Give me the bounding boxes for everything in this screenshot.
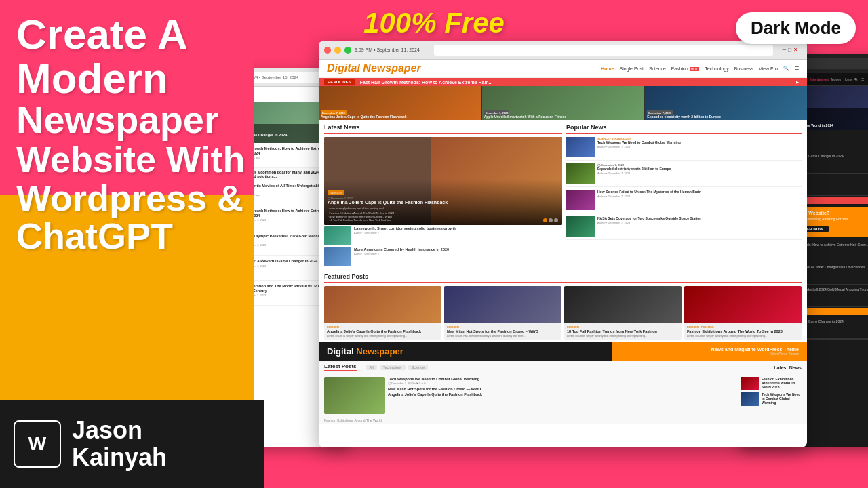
popular-2: ◯ December 7, 2023 Expanded electricity … <box>566 163 802 187</box>
latest-posts-header: Latest Posts All Technology Science Late… <box>319 361 807 374</box>
latest-popular-section: Latest News FASHION ◯ December 7, 2023 A… <box>319 120 807 270</box>
headline-line6: ChatGPT <box>16 217 248 256</box>
headline-next[interactable]: ▶ <box>793 79 802 85</box>
tab-sci[interactable]: Science <box>408 365 429 370</box>
browser-controls: ─ □ ✕ <box>782 47 798 53</box>
popular-img-2 <box>566 163 595 184</box>
lp-title-3: Angelina Jolie's Cape Is Quite the Fashi… <box>388 392 738 396</box>
headline-line4: Website With <box>16 140 248 179</box>
featured-title-4: Fashion Exhibitions Around The World To … <box>687 329 799 334</box>
expand-dot-c <box>344 47 351 54</box>
popular-4: NASA Sets Coverage for Two Spacewalks Ou… <box>566 216 802 240</box>
small-news-list: Lakesworth: Street corridor seeing solid… <box>324 226 562 266</box>
dark-mode-badge[interactable]: Dark Mode <box>736 12 856 44</box>
popular-meta-3: Author • December 7, 2023 <box>597 195 701 198</box>
small-meta-1: Author • December 7 <box>354 231 456 235</box>
featured-desc-4: Lorem ipsum is simply dummy text of the … <box>687 335 799 338</box>
logo-w-icon: W <box>28 433 46 455</box>
newspaper-word: Newspaper <box>356 346 403 357</box>
author-panel: W Jason Kainyah <box>0 400 264 488</box>
latest-news-right-title: Latest News <box>774 365 802 370</box>
card-cat-fashion: FASHION <box>328 190 344 195</box>
maximize-icon[interactable]: □ <box>788 47 791 53</box>
nav-items: Home Single Post Science Fashion HOT Tec… <box>601 66 799 71</box>
jk-logo: W <box>14 420 61 468</box>
hero-text-3: December 7, 2023 Expanded electricity wo… <box>647 110 721 119</box>
featured-desc-1: Lorem ipsum is simply dummy text of the … <box>327 335 439 338</box>
browser-bar-center: 9:09 PM • September 11, 2024 ─ □ ✕ <box>319 41 807 60</box>
latest-news-col: Latest News FASHION ◯ December 7, 2023 A… <box>324 124 562 266</box>
popular-news-title: Popular News <box>566 124 802 134</box>
ln-item-2: Tech Weapons We Need to Combat Global Wa… <box>741 392 802 406</box>
nav-viewpro[interactable]: View Pro <box>759 66 778 71</box>
free-label: 100% Free <box>363 7 505 39</box>
tab-all[interactable]: All <box>366 365 377 370</box>
pagination-dots <box>543 218 558 222</box>
dark-search-icon[interactable]: 🔍 <box>854 78 859 81</box>
latest-news-title: Latest News <box>324 124 562 134</box>
popular-img-4 <box>566 216 595 237</box>
dn-banner: Digital Newspaper News and Magazine Word… <box>319 342 807 361</box>
featured-img-4 <box>684 286 802 323</box>
featured-info-2: FASHION New Milan Hot Spots for the Fash… <box>444 323 561 340</box>
minimize-icon[interactable]: ─ <box>782 47 786 53</box>
popular-meta-2: Author • December 7, 2023 <box>597 171 671 175</box>
screenshots-area: 8/8/8/4 • September 15, 2024 PİXEL. TOP … <box>254 0 868 488</box>
headline-ticker: Fast Hair Growth Methods: How to Achieve… <box>360 80 492 85</box>
close-icon[interactable]: ✕ <box>793 47 798 53</box>
small-title-1: Lakesworth: Street corridor seeing solid… <box>354 226 456 231</box>
popular-3: How Science Failed to Unlock The Mysteri… <box>566 190 802 214</box>
search-icon[interactable]: 🔍 <box>783 66 789 71</box>
nav-fashion[interactable]: Fashion HOT <box>671 66 699 71</box>
nav-single[interactable]: Single Post <box>620 66 644 71</box>
featured-cat-4: FASHION · POLITICS <box>687 325 799 329</box>
ln-title-1: Fashion Exhibitions Around the World To … <box>762 377 802 390</box>
lp-text-area: Tech Weapons We Need to Combat Global Wa… <box>388 377 738 414</box>
dn-logo-text: Digital Newspaper <box>327 346 403 357</box>
ln-item-1: Fashion Exhibitions Around the World To … <box>741 377 802 390</box>
popular-title-4: NASA Sets Coverage for Two Spacewalks Ou… <box>597 216 701 220</box>
nav-business[interactable]: Business <box>734 66 753 71</box>
dn-tagline: News and Magazine WordPress Theme <box>711 347 799 352</box>
card-bullets: • Fashion Exhibitions Around The World T… <box>328 211 559 222</box>
nav-technology[interactable]: Technology <box>705 66 728 71</box>
popular-img-1 <box>566 137 595 157</box>
nav-science[interactable]: Science <box>649 66 666 71</box>
featured-card-4: FASHION · POLITICS Fashion Exhibitions A… <box>684 286 802 340</box>
popular-title-3: How Science Failed to Unlock The Mysteri… <box>597 190 701 194</box>
dn-logo-area: Digital Newspaper <box>327 346 403 357</box>
latest-posts-title: Latest Posts <box>324 363 357 371</box>
hero-text-2: December 7, 2023 Apple Unveils Smartwatc… <box>484 110 567 119</box>
popular-news-col: Popular News SCIENCE · TECHNOLOGY Tech W… <box>564 124 802 266</box>
featured-desc-3: Lorem ipsum is simply dummy text of the … <box>567 335 679 338</box>
small-news-1: Lakesworth: Street corridor seeing solid… <box>324 226 562 245</box>
dark-nav-entertainment[interactable]: Entertainment <box>810 78 829 81</box>
popular-1: SCIENCE · TECHNOLOGY Tech Weapons We Nee… <box>566 137 802 161</box>
featured-grid: FASHION Angelina Jolie's Cape Is Quite t… <box>324 286 802 340</box>
featured-cat-3: FASHION <box>567 325 679 329</box>
hero-title-3: Expanded electricity worth 2 billion to … <box>647 115 721 119</box>
author-name: Jason Kainyah <box>72 417 167 470</box>
small-img-2 <box>324 247 351 266</box>
dark-menu-icon[interactable]: ☰ <box>861 78 864 81</box>
category-tabs: All Technology Science <box>366 365 429 370</box>
close-dot-c <box>324 47 331 54</box>
ln-img-1 <box>741 377 760 390</box>
dark-nav-movies[interactable]: Movies <box>831 78 841 81</box>
nav-home[interactable]: Home <box>601 66 614 71</box>
dot-active <box>543 218 547 222</box>
menu-icon[interactable]: ☰ <box>795 66 799 71</box>
tab-tech[interactable]: Technology <box>380 365 406 370</box>
newspaper-header: Digital Newspaper Home Single Post Scien… <box>319 60 807 78</box>
featured-img-2 <box>444 286 561 323</box>
hero-item-1: December 7, 2023 Angelina Jolie's Cape I… <box>319 86 481 120</box>
featured-card-1: FASHION Angelina Jolie's Cape Is Quite t… <box>324 286 441 340</box>
dark-nav-home[interactable]: Home <box>844 78 852 81</box>
popular-img-3 <box>566 190 595 210</box>
featured-title-3: 18 Top Fall Fashion Trends from New York… <box>567 329 679 334</box>
browser-time: 9:09 PM • September 11, 2024 <box>355 47 420 52</box>
hero-item-3: December 7, 2023 Expanded electricity wo… <box>645 86 807 120</box>
card-title-big: Angelina Jolie's Cape Is Quite the Fashi… <box>328 200 559 205</box>
hero-grid: December 7, 2023 Angelina Jolie's Cape I… <box>319 86 807 120</box>
small-meta-2: Author • December 7 <box>354 252 449 256</box>
